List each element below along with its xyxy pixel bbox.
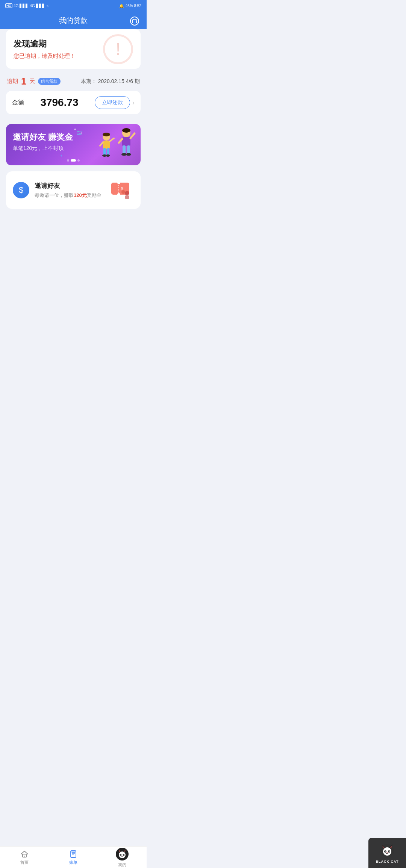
svg-rect-8 (103, 148, 106, 156)
arrow-right-icon: › (132, 99, 135, 107)
svg-rect-17 (123, 145, 126, 154)
svg-point-13 (122, 128, 130, 133)
person2-figure (115, 128, 138, 165)
invite-illustration: # (108, 179, 134, 201)
star-decoration2: ✦ (80, 132, 83, 135)
star-decoration1: ✦ (73, 127, 77, 132)
invite-amount: 120元 (74, 192, 87, 198)
signal-bars2: ▋▋▋ (36, 4, 45, 8)
hand-icon: ☜ (46, 4, 50, 8)
page-title: 我的贷款 (59, 16, 88, 26)
svg-rect-18 (127, 145, 130, 154)
battery-percent: 46% 8:52 (126, 4, 141, 8)
dollar-icon: $ (13, 182, 29, 198)
svg-rect-5 (103, 141, 110, 149)
svg-rect-2 (136, 21, 137, 23)
hd-label: HD (5, 3, 12, 8)
invite-banner[interactable]: 邀请好友 赚奖金 单笔120元，上不封顶 ≋ ✦ ✦ ✦ (6, 124, 141, 165)
svg-point-11 (106, 154, 110, 157)
invite-text: 邀请好友 每邀请一位，赚取120元奖励金 (35, 181, 108, 199)
dot3 (77, 159, 80, 162)
invite-card[interactable]: $ 邀请好友 每邀请一位，赚取120元奖励金 # (6, 171, 141, 209)
amount-label: 金额 (12, 99, 24, 107)
signal-label: 4G (14, 4, 18, 8)
overdue-unit: 天 (29, 78, 35, 85)
loan-type-tag: 组合贷款 (38, 78, 61, 85)
status-right: 🔔 46% 8:52 (119, 4, 141, 8)
dot1 (67, 159, 69, 162)
customer-service-icon[interactable] (129, 16, 140, 29)
overdue-label: 逾期 1 天 组合贷款 (7, 76, 61, 87)
svg-line-6 (100, 142, 103, 146)
svg-line-7 (110, 138, 114, 141)
banner-pagination (67, 159, 80, 162)
svg-point-23 (117, 181, 120, 184)
bell-icon: 🔔 (119, 4, 124, 8)
pay-now-button[interactable]: 立即还款 (95, 96, 130, 109)
period-info: 本期： 2020.02.15 4/6 期 (81, 78, 140, 85)
svg-line-15 (130, 133, 135, 138)
warning-card: 发现逾期 您已逾期，请及时处理！ ! (6, 29, 141, 69)
svg-rect-1 (132, 21, 133, 23)
svg-point-24 (117, 193, 120, 196)
svg-point-0 (130, 17, 139, 25)
invite-desc-prefix: 每邀请一位，赚取 (35, 192, 74, 198)
svg-rect-9 (107, 148, 109, 156)
status-left: HD 4G ▋▋▋ 4G ▋▋▋ ☜ (5, 3, 50, 8)
period-value: 2020.02.15 4/6 期 (98, 78, 140, 84)
warning-exclamation-icon: ! (103, 34, 133, 64)
amount-value: 3796.73 (24, 97, 95, 109)
loan-info-row: 逾期 1 天 组合贷款 本期： 2020.02.15 4/6 期 (6, 76, 141, 87)
invite-title: 邀请好友 (35, 181, 108, 190)
svg-point-28 (121, 190, 125, 194)
svg-point-20 (126, 153, 131, 156)
svg-line-16 (119, 139, 122, 143)
signal-label2: 4G (30, 4, 35, 8)
overdue-days: 1 (21, 76, 26, 87)
main-content: 发现逾期 您已逾期，请及时处理！ ! 逾期 1 天 组合贷款 本期： 2020.… (0, 29, 147, 124)
signal-bars: ▋▋▋ (20, 4, 29, 8)
svg-point-26 (125, 191, 129, 195)
dot2-active (71, 159, 76, 162)
banner-figures (98, 128, 138, 165)
svg-point-19 (121, 153, 127, 156)
invite-desc-suffix: 奖励金 (87, 192, 102, 198)
period-label: 本期： (81, 78, 97, 84)
svg-rect-27 (125, 195, 129, 199)
star-decoration3: ✦ (60, 154, 63, 158)
svg-rect-14 (122, 137, 130, 146)
overdue-prefix: 逾期 (7, 78, 18, 85)
svg-point-4 (103, 133, 110, 136)
status-bar: HD 4G ▋▋▋ 4G ▋▋▋ ☜ 🔔 46% 8:52 (0, 0, 147, 11)
amount-row: 金额 3796.73 立即还款 › (6, 91, 141, 114)
invite-desc: 每邀请一位，赚取120元奖励金 (35, 192, 108, 199)
